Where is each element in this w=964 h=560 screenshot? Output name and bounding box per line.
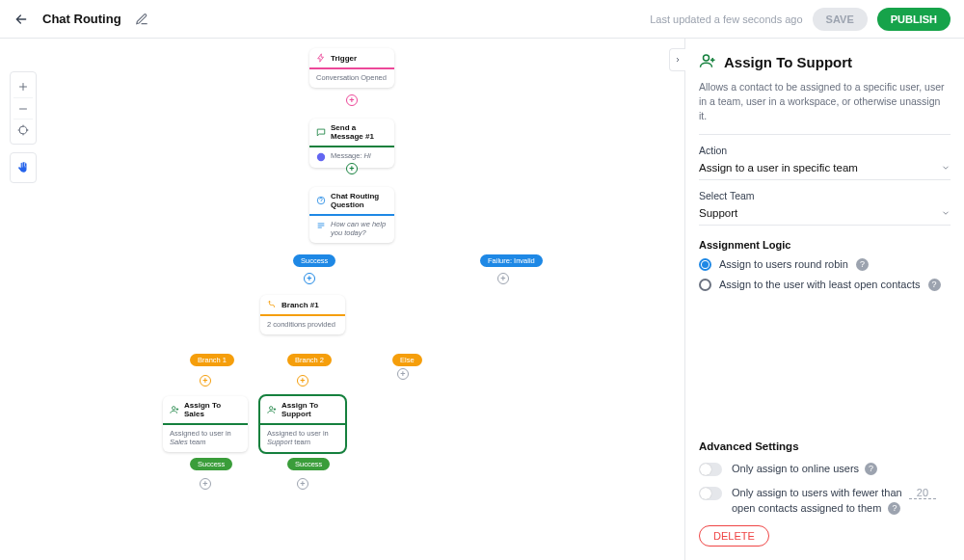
- help-icon[interactable]: ?: [856, 258, 869, 271]
- side-panel: Assign To Support Allows a contact to be…: [684, 39, 964, 560]
- node-trigger[interactable]: Trigger Conversation Opened: [309, 48, 394, 88]
- user-plus-icon: [170, 405, 179, 414]
- team-label: Select Team: [699, 190, 951, 201]
- pill-else[interactable]: Else: [392, 354, 422, 366]
- bolt-icon: [316, 53, 326, 63]
- node-question[interactable]: Chat Routing Question How can we help yo…: [309, 187, 394, 243]
- panel-description: Allows a contact to be assigned to a spe…: [699, 80, 951, 135]
- pill-success[interactable]: Success: [287, 458, 330, 470]
- last-updated: Last updated a few seconds ago: [650, 13, 802, 25]
- node-assign-sales[interactable]: Assign To Sales Assigned to user in Sale…: [163, 396, 248, 452]
- advanced-heading: Advanced Settings: [699, 440, 951, 452]
- svg-point-3: [173, 407, 175, 410]
- add-step-button[interactable]: +: [397, 368, 409, 380]
- user-plus-icon: [699, 52, 716, 72]
- save-button: SAVE: [813, 8, 868, 31]
- branch-icon: [267, 300, 277, 309]
- panel-title: Assign To Support: [724, 54, 852, 70]
- pill-success[interactable]: Success: [190, 458, 232, 470]
- node-assign-support[interactable]: Assign To Support Assigned to user in Su…: [260, 396, 345, 452]
- recenter-button[interactable]: [13, 119, 33, 140]
- add-step-button[interactable]: +: [346, 94, 358, 106]
- zoom-out-button[interactable]: [13, 97, 33, 119]
- svg-point-1: [317, 152, 325, 160]
- add-step-button[interactable]: +: [497, 273, 509, 284]
- delete-button[interactable]: DELETE: [699, 525, 769, 547]
- hand-tool-button[interactable]: [13, 157, 33, 178]
- help-icon[interactable]: ?: [865, 463, 877, 475]
- assignment-logic-heading: Assignment Logic: [699, 239, 951, 251]
- pill-failure[interactable]: Failure: Invalid: [480, 254, 543, 267]
- radio-least-open[interactable]: Assign to the user with least open conta…: [699, 279, 951, 291]
- page-title: Chat Routing: [42, 12, 121, 26]
- add-step-button[interactable]: +: [297, 375, 308, 387]
- node-send-message[interactable]: Send a Message #1 Message: Hi: [309, 119, 394, 168]
- workflow-canvas[interactable]: Trigger Conversation Opened + Send a Mes…: [0, 39, 684, 560]
- help-icon[interactable]: ?: [888, 502, 900, 515]
- back-button[interactable]: [13, 12, 29, 27]
- add-step-button[interactable]: +: [304, 273, 315, 284]
- chevron-down-icon: [941, 163, 951, 173]
- user-plus-icon: [267, 405, 277, 414]
- connectors: [0, 39, 289, 183]
- chevron-down-icon: [941, 208, 951, 218]
- question-icon: [316, 196, 326, 205]
- add-step-button[interactable]: +: [200, 375, 211, 387]
- text-icon: [316, 221, 326, 230]
- toggle-fewer-than[interactable]: [699, 487, 722, 500]
- publish-button[interactable]: PUBLISH: [877, 8, 951, 31]
- pill-branch1[interactable]: Branch 1: [190, 354, 234, 366]
- svg-point-4: [270, 407, 273, 410]
- svg-point-5: [704, 55, 710, 61]
- collapse-panel-button[interactable]: [669, 48, 685, 71]
- bot-icon: [316, 152, 326, 162]
- team-select[interactable]: Support: [699, 207, 951, 226]
- zoom-in-button[interactable]: [13, 76, 33, 97]
- add-step-button[interactable]: +: [200, 478, 211, 490]
- edit-title-button[interactable]: [135, 13, 148, 26]
- add-step-button[interactable]: +: [346, 163, 358, 174]
- pill-branch2[interactable]: Branch 2: [287, 354, 332, 366]
- pill-success[interactable]: Success: [293, 254, 335, 267]
- add-step-button[interactable]: +: [297, 478, 308, 490]
- contacts-threshold-input[interactable]: 20: [909, 487, 936, 499]
- svg-point-0: [19, 126, 27, 134]
- action-label: Action: [699, 145, 951, 156]
- action-select[interactable]: Assign to a user in specific team: [699, 162, 951, 180]
- node-branch[interactable]: Branch #1 2 conditions provided: [260, 295, 345, 334]
- toggle-online-only[interactable]: [699, 463, 722, 476]
- help-icon[interactable]: ?: [928, 279, 941, 291]
- radio-round-robin[interactable]: Assign to users round robin ?: [699, 258, 951, 271]
- message-icon: [316, 127, 326, 137]
